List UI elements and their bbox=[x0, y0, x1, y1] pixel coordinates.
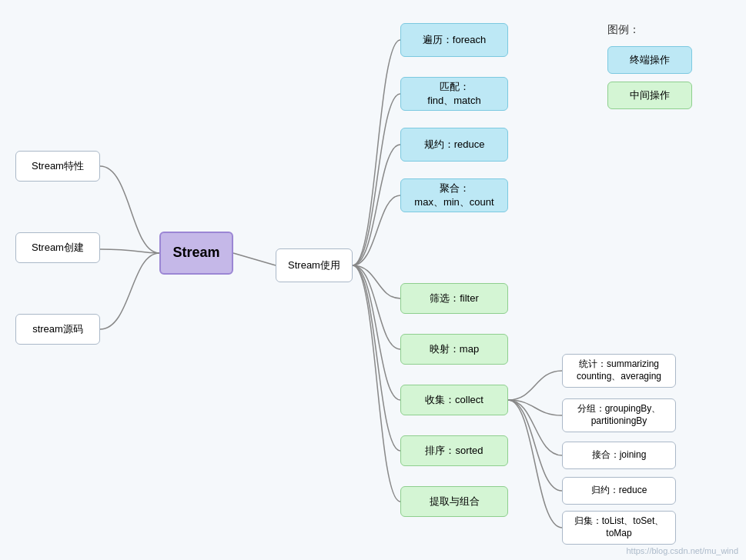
legend-terminal-item: 终端操作 bbox=[607, 46, 692, 74]
node-stream-source: stream源码 bbox=[15, 314, 100, 345]
node-stream-create: Stream创建 bbox=[15, 232, 100, 263]
node-foreach: 遍历：foreach bbox=[400, 23, 508, 57]
legend: 图例： 终端操作 中间操作 bbox=[607, 23, 708, 117]
node-stream-trait: Stream特性 bbox=[15, 151, 100, 182]
node-find: 匹配： find、match bbox=[400, 77, 508, 111]
node-collect-top: 聚合： max、min、count bbox=[400, 178, 508, 212]
diagram-container: Stream Stream特性 Stream创建 stream源码 Stream… bbox=[0, 0, 746, 560]
legend-intermediate-item: 中间操作 bbox=[607, 82, 692, 109]
node-stream-center: Stream bbox=[159, 232, 233, 275]
node-extract: 提取与组合 bbox=[400, 486, 508, 517]
node-stat: 统计：summarizing counting、averaging bbox=[562, 354, 676, 388]
node-collect: 收集：collect bbox=[400, 385, 508, 415]
node-group: 分组：groupingBy、 partitioningBy bbox=[562, 398, 676, 432]
node-reduce: 规约：reduce bbox=[400, 128, 508, 162]
node-filter: 筛选：filter bbox=[400, 283, 508, 314]
node-tolist: 归集：toList、toSet、 toMap bbox=[562, 511, 676, 545]
node-stream-use: Stream使用 bbox=[276, 248, 353, 282]
watermark: https://blog.csdn.net/mu_wind bbox=[626, 546, 738, 555]
node-joining: 接合：joining bbox=[562, 442, 676, 469]
node-map: 映射：map bbox=[400, 334, 508, 365]
node-sorted: 排序：sorted bbox=[400, 435, 508, 466]
node-reduce2: 归约：reduce bbox=[562, 477, 676, 505]
legend-title: 图例： bbox=[607, 23, 708, 37]
